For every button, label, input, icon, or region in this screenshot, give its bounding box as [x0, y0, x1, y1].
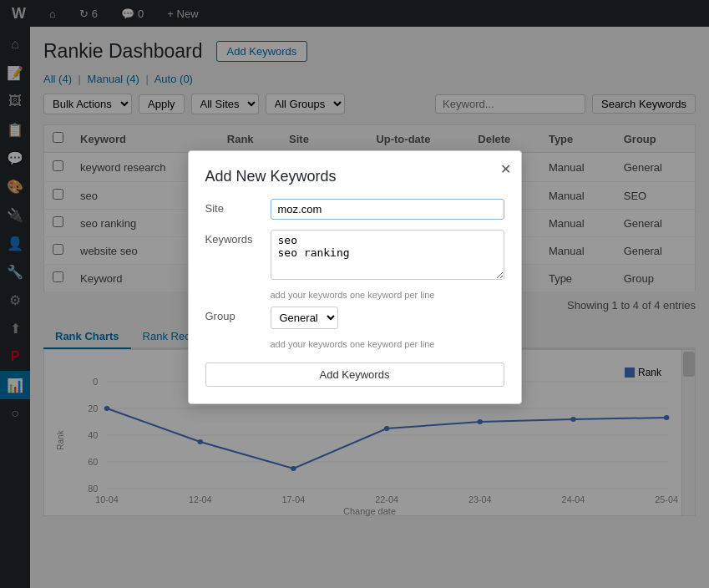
modal-overlay: Add New Keywords ✕ Site Keywords seo seo… — [0, 0, 709, 588]
modal-site-input[interactable] — [271, 199, 504, 220]
modal-group-select[interactable]: General SEO Other — [271, 307, 338, 329]
modal-group-row: Group General SEO Other — [205, 307, 504, 329]
modal-group-hint: add your keywords one keyword per line — [271, 339, 504, 349]
modal-title: Add New Keywords — [205, 168, 504, 185]
modal-keywords-label: Keywords — [205, 230, 264, 246]
modal-site-label: Site — [205, 199, 264, 215]
modal-site-row: Site — [205, 199, 504, 220]
modal-keywords-row: Keywords seo seo ranking — [205, 230, 504, 280]
modal-add-keywords-button[interactable]: Add Keywords — [205, 362, 504, 387]
modal-group-label: Group — [205, 307, 264, 322]
modal-keywords-textarea[interactable]: seo seo ranking — [271, 230, 504, 280]
add-keywords-modal: Add New Keywords ✕ Site Keywords seo seo… — [188, 150, 522, 404]
modal-keywords-hint: add your keywords one keyword per line — [271, 290, 504, 300]
modal-close-button[interactable]: ✕ — [500, 161, 511, 177]
